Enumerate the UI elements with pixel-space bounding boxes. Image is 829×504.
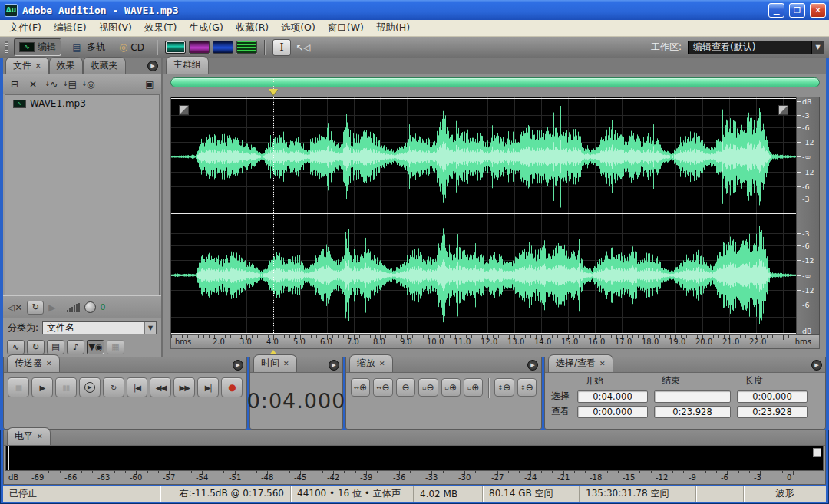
- phase-display-button[interactable]: [213, 41, 233, 54]
- import-file-icon[interactable]: ⊟: [6, 77, 23, 92]
- loop-play-button[interactable]: ↻: [103, 377, 124, 397]
- record-button[interactable]: ●: [221, 377, 243, 397]
- workspace-select[interactable]: 编辑查看(默认) ▼: [688, 41, 824, 54]
- view-start-field[interactable]: 0:00.000: [577, 406, 648, 418]
- menu-item-收藏[interactable]: 收藏(R): [230, 20, 275, 36]
- volume-knob[interactable]: [84, 301, 96, 313]
- view-length-field[interactable]: 0:23.928: [737, 406, 808, 418]
- play-preview-icon[interactable]: ▶: [48, 302, 55, 313]
- time-selection-tool-button[interactable]: I: [272, 39, 291, 56]
- ruler-tick: [263, 335, 263, 338]
- selection-length-field[interactable]: 0:00.000: [737, 390, 808, 403]
- close-icon[interactable]: ✕: [35, 62, 41, 70]
- menu-item-视图[interactable]: 视图(V): [93, 20, 138, 36]
- zoom-in-selection-left-button[interactable]: ▫⊕: [441, 378, 461, 397]
- tab-效果[interactable]: 效果: [49, 57, 83, 74]
- panel-menu-icon[interactable]: ▶: [527, 360, 538, 371]
- fast-forward-button[interactable]: ▶▶: [173, 377, 195, 397]
- amplitude-ruler[interactable]: dB-3-6-12-∞-12-6-3-3-6-12-∞-12-6dB: [796, 97, 819, 334]
- show-loop-files-icon[interactable]: ↻: [27, 340, 45, 354]
- preview-options-icon[interactable]: ▦: [107, 340, 124, 354]
- insert-into-cd-icon[interactable]: ↓◎: [80, 77, 97, 92]
- loop-preview-button[interactable]: ↻: [27, 301, 44, 315]
- insert-into-multitrack-icon[interactable]: ↓∿: [43, 77, 60, 92]
- close-icon[interactable]: ✕: [379, 360, 385, 367]
- filter-options-icon[interactable]: ▼◉: [87, 340, 104, 354]
- cd-view-button[interactable]: ◎ CD: [114, 40, 150, 55]
- panel-menu-icon[interactable]: ▶: [811, 360, 822, 371]
- zoom-in-horizontal-button[interactable]: ↔⊕: [351, 378, 370, 397]
- close-icon[interactable]: ✕: [37, 433, 43, 440]
- pause-button[interactable]: ▮▮: [55, 377, 77, 397]
- close-icon[interactable]: ✕: [283, 360, 289, 367]
- menu-item-文件[interactable]: 文件(F): [3, 20, 48, 36]
- show-video-files-icon[interactable]: ▤: [47, 340, 64, 354]
- tab-文件[interactable]: 文件✕: [5, 57, 49, 74]
- tab-levels[interactable]: 电平 ✕: [7, 427, 51, 445]
- playhead-marker-icon[interactable]: [269, 89, 278, 95]
- panel-menu-icon[interactable]: ▶: [329, 360, 339, 371]
- rewind-button[interactable]: ◀◀: [150, 377, 171, 397]
- menu-item-窗口[interactable]: 窗口(W): [322, 20, 370, 36]
- tab-time[interactable]: 时间 ✕: [253, 354, 297, 372]
- multitrack-view-button[interactable]: ▤ 多轨: [64, 38, 111, 56]
- zoom-out-horizontal-button[interactable]: ↔⊖: [373, 378, 392, 397]
- view-end-field[interactable]: 0:23.928: [654, 406, 731, 418]
- show-audio-files-icon[interactable]: ∿: [7, 340, 25, 354]
- menu-item-编辑[interactable]: 编辑(E): [48, 20, 93, 36]
- maximize-button[interactable]: ❐: [789, 3, 805, 18]
- edit-view-button[interactable]: ∿ 编辑: [14, 38, 61, 56]
- insert-into-session-icon[interactable]: ↓▤: [61, 77, 78, 92]
- play-button[interactable]: ▶: [31, 377, 53, 397]
- overview-range-bar[interactable]: [170, 77, 820, 87]
- menu-item-生成[interactable]: 生成(G): [183, 20, 229, 36]
- stop-button[interactable]: ■: [8, 377, 29, 397]
- tab-selection-view[interactable]: 选择/查看 ✕: [548, 354, 613, 372]
- chevron-down-icon[interactable]: ▼: [144, 322, 156, 334]
- zoom-out-vertical-button[interactable]: ↕⊖: [517, 378, 537, 397]
- tab-收藏夹[interactable]: 收藏夹: [83, 57, 126, 74]
- menu-item-帮助[interactable]: 帮助(H): [370, 20, 416, 36]
- selection-start-field[interactable]: 0:04.000: [577, 390, 648, 403]
- go-to-start-button[interactable]: |◀: [127, 377, 148, 397]
- level-meter[interactable]: [5, 446, 824, 471]
- zoom-in-selection-right-button[interactable]: ▫⊕: [464, 378, 483, 397]
- time-ruler[interactable]: 2.03.04.05.06.07.08.09.010.011.012.013.0…: [170, 335, 820, 349]
- zoom-to-selection-button[interactable]: ▫⊖: [418, 378, 438, 397]
- sort-select[interactable]: 文件名 ▼: [42, 321, 157, 334]
- scroll-handle-icon[interactable]: [778, 105, 788, 115]
- zoom-in-vertical-button[interactable]: ↕⊕: [494, 378, 514, 397]
- mute-speaker-icon[interactable]: ◁✕: [8, 302, 22, 313]
- panel-menu-icon[interactable]: ▶: [147, 61, 158, 71]
- scrub-tool-button[interactable]: ↖◁: [294, 39, 312, 56]
- close-icon[interactable]: ✕: [599, 360, 606, 367]
- close-button[interactable]: ✕: [810, 3, 826, 18]
- menu-item-效果[interactable]: 效果(T): [138, 20, 183, 36]
- toolbar-grip[interactable]: [5, 41, 8, 54]
- time-display[interactable]: 0:04.000: [247, 389, 346, 413]
- tab-transport[interactable]: 传送器 ✕: [7, 354, 60, 372]
- close-icon[interactable]: ✕: [46, 360, 52, 367]
- minimize-button[interactable]: ▁: [768, 3, 784, 18]
- spectral-display-button[interactable]: [189, 41, 210, 54]
- clip-indicator[interactable]: [813, 448, 821, 457]
- play-from-cursor-button[interactable]: ▶: [79, 377, 101, 397]
- ruler-tick: [797, 245, 801, 246]
- panel-menu-icon[interactable]: ▶: [233, 360, 243, 371]
- advanced-options-icon[interactable]: ▣: [141, 77, 158, 92]
- list-item[interactable]: ∿WAVE1.mp3: [5, 95, 159, 110]
- zoom-out-full-button[interactable]: ⊖: [396, 378, 415, 397]
- waveform-display[interactable]: [171, 97, 796, 334]
- tab-zoom[interactable]: 缩放 ✕: [349, 354, 393, 372]
- go-to-end-button[interactable]: ▶|: [197, 377, 219, 397]
- chevron-down-icon[interactable]: ▼: [811, 41, 824, 54]
- tab-main-group[interactable]: 主群组: [166, 56, 209, 74]
- close-file-icon[interactable]: ✕: [25, 77, 41, 92]
- menu-item-选项[interactable]: 选项(O): [275, 20, 322, 36]
- waveform-display-button[interactable]: [165, 41, 186, 54]
- show-midi-files-icon[interactable]: ♪: [67, 340, 84, 354]
- pan-display-button[interactable]: [236, 41, 257, 54]
- volume-bars-icon[interactable]: [67, 303, 80, 312]
- scroll-handle-icon[interactable]: [179, 105, 189, 115]
- selection-end-field[interactable]: [654, 390, 731, 403]
